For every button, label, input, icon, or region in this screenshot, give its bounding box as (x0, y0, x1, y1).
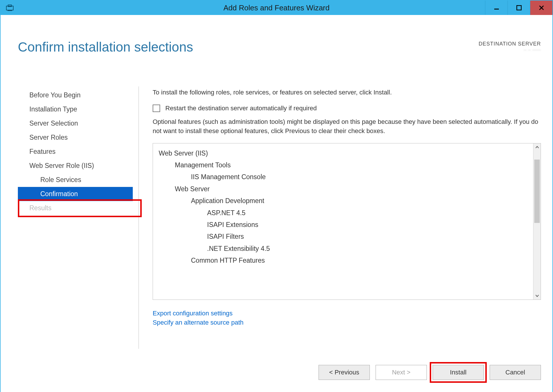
content-area: To install the following roles, role ser… (139, 86, 541, 349)
close-button[interactable] (530, 1, 552, 15)
tree-item: Web Server (159, 183, 530, 195)
cancel-button[interactable]: Cancel (490, 365, 541, 380)
tree-item: Web Server (IIS) (159, 147, 530, 159)
scroll-thumb[interactable] (534, 160, 540, 223)
window-controls (485, 1, 552, 15)
restart-checkbox[interactable] (153, 105, 160, 112)
client-area: Confirm installation selections DESTINAT… (1, 15, 552, 392)
sidebar-item-features[interactable]: Features (18, 145, 133, 159)
export-config-link[interactable]: Export configuration settings (153, 310, 541, 317)
page-header: Confirm installation selections DESTINAT… (18, 39, 541, 55)
sidebar-item-before-you-begin[interactable]: Before You Begin (18, 88, 133, 102)
app-icon (6, 4, 14, 11)
scroll-track[interactable] (533, 151, 541, 292)
body-area: Before You Begin Installation Type Serve… (18, 86, 541, 349)
sidebar-item-server-roles[interactable]: Server Roles (18, 130, 133, 145)
svg-rect-3 (494, 9, 499, 10)
tree-scrollbar (533, 143, 541, 300)
restart-checkbox-label: Restart the destination server automatic… (165, 105, 317, 112)
wizard-button-bar: < Previous Next > Install Cancel (319, 365, 541, 380)
sidebar-item-server-selection[interactable]: Server Selection (18, 116, 133, 130)
minimize-button[interactable] (485, 1, 507, 15)
maximize-button[interactable] (507, 1, 530, 15)
restart-checkbox-row: Restart the destination server automatic… (153, 105, 541, 112)
svg-rect-4 (517, 5, 521, 10)
wizard-window: Add Roles and Features Wizard Confirm in… (0, 0, 553, 392)
titlebar: Add Roles and Features Wizard (1, 1, 552, 15)
sidebar-item-role-services[interactable]: Role Services (18, 173, 133, 187)
tree-content: Web Server (IIS) Management Tools IIS Ma… (153, 143, 533, 300)
destination-label: DESTINATION SERVER (479, 41, 541, 47)
optional-note: Optional features (such as administratio… (153, 117, 541, 136)
sidebar-item-results: Results (18, 201, 133, 215)
tree-item: .NET Extensibility 4.5 (159, 243, 530, 255)
scroll-up-icon[interactable] (533, 143, 541, 151)
destination-value: ·· ·· ······ (479, 47, 541, 53)
install-button[interactable]: Install (433, 365, 484, 380)
sidebar-item-confirmation[interactable]: Confirmation (18, 187, 133, 201)
instruction-text: To install the following roles, role ser… (153, 88, 541, 97)
alt-source-link[interactable]: Specify an alternate source path (153, 319, 541, 326)
links-block: Export configuration settings Specify an… (153, 310, 541, 328)
tree-item: Management Tools (159, 159, 530, 171)
destination-block: DESTINATION SERVER ·· ·· ······ (479, 41, 541, 53)
next-button: Next > (376, 365, 427, 380)
tree-item: ISAPI Filters (159, 231, 530, 243)
previous-button[interactable]: < Previous (319, 365, 370, 380)
sidebar: Before You Begin Installation Type Serve… (18, 86, 139, 349)
page-title: Confirm installation selections (18, 39, 193, 55)
sidebar-item-installation-type[interactable]: Installation Type (18, 102, 133, 116)
window-title: Add Roles and Features Wizard (1, 3, 552, 12)
tree-item: Application Development (159, 195, 530, 207)
scroll-down-icon[interactable] (533, 292, 541, 300)
sidebar-item-web-server-role[interactable]: Web Server Role (IIS) (18, 159, 133, 173)
tree-item: ASP.NET 4.5 (159, 207, 530, 219)
tree-item: IIS Management Console (159, 171, 530, 183)
tree-item: ISAPI Extensions (159, 219, 530, 231)
tree-item: Common HTTP Features (159, 255, 530, 266)
selection-tree: Web Server (IIS) Management Tools IIS Ma… (153, 143, 541, 300)
